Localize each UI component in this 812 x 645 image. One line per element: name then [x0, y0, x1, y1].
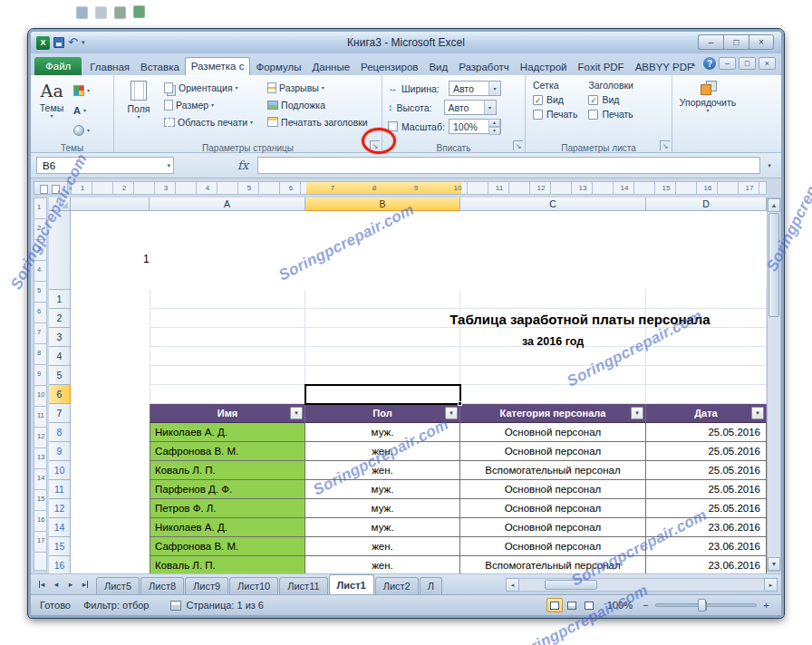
sheet-tab-Лист8[interactable]: Лист8 [140, 577, 184, 594]
empty-cell[interactable] [150, 309, 305, 328]
page-break-view-button[interactable] [581, 598, 597, 612]
normal-view-button[interactable] [546, 598, 563, 612]
first-sheet-icon[interactable]: ◂ [34, 577, 49, 592]
margins-button[interactable]: Поля▾ [118, 78, 160, 139]
table-cell[interactable]: Основной персонал [460, 442, 646, 461]
spinner-icons[interactable]: ▲▼ [488, 119, 500, 134]
workbook-minimize-button[interactable]: – [719, 57, 736, 70]
row-header-10[interactable]: 10 [49, 461, 71, 480]
table-cell[interactable]: Сафронова В. М. [150, 442, 305, 461]
ribbon-tab-Вставка[interactable]: Вставка [135, 58, 185, 75]
chevron-down-icon[interactable]: ▾ [488, 82, 500, 95]
column-header-C[interactable]: C [460, 197, 646, 211]
table-cell[interactable]: Петров Ф. Л. [150, 499, 305, 518]
empty-cell[interactable] [646, 366, 767, 385]
column-header-A[interactable]: A [150, 197, 305, 211]
name-box[interactable]: B6 ▾ [36, 157, 174, 174]
fit-dialog-launcher[interactable]: ↘ [513, 140, 523, 150]
filter-dropdown-icon[interactable]: ▾ [445, 407, 458, 419]
ribbon-tab-Разработч[interactable]: Разработч [453, 58, 515, 75]
row-header-15[interactable]: 15 [49, 537, 71, 556]
print-area-button[interactable]: Область печати▾ [161, 114, 256, 130]
sheet-tab-Лист1[interactable]: Лист1 [329, 574, 374, 594]
breaks-button[interactable]: Разрывы▾ [265, 80, 371, 95]
headings-view-checkbox[interactable]: ✓Вид [588, 94, 633, 105]
row-header-7[interactable]: 7 [49, 404, 71, 423]
empty-cell[interactable] [150, 366, 305, 385]
empty-cell[interactable] [646, 385, 767, 404]
theme-fonts-button[interactable]: A▾ [71, 102, 92, 118]
size-button[interactable]: Размер▾ [161, 97, 256, 112]
save-icon[interactable] [53, 37, 64, 48]
ribbon-tab-Надстрой[interactable]: Надстрой [515, 58, 573, 75]
table-cell[interactable]: муж. [305, 480, 460, 499]
row-header-8[interactable]: 8 [49, 423, 71, 442]
cells-area[interactable]: 1 Таблица заработной платы персонала за … [71, 211, 767, 573]
row-header-11[interactable]: 11 [49, 480, 71, 499]
page-layout-view-button[interactable] [564, 598, 580, 612]
workbook-close-button[interactable]: × [759, 57, 776, 70]
ribbon-tab-Главная[interactable]: Главная [84, 58, 135, 75]
select-all-button[interactable] [49, 197, 71, 211]
formula-input[interactable] [257, 157, 760, 174]
sheet-tab-Л[interactable]: Л [420, 577, 442, 594]
row-header-12[interactable]: 12 [49, 499, 71, 518]
table-cell[interactable]: Николаев А. Д. [150, 423, 305, 442]
ribbon-tab-Foxit PDF[interactable]: Foxit PDF [573, 58, 630, 75]
table-cell[interactable]: 25.05.2016 [646, 461, 767, 480]
horizontal-scroll-thumb[interactable] [545, 580, 597, 590]
ribbon-tab-Данные[interactable]: Данные [307, 58, 356, 75]
table-cell[interactable]: 25.05.2016 [646, 423, 767, 442]
empty-cell[interactable] [150, 290, 305, 309]
table-cell[interactable]: Основной персонал [460, 480, 646, 499]
sheet-tab-Лист9[interactable]: Лист9 [185, 577, 228, 594]
empty-cell[interactable] [150, 385, 305, 404]
last-sheet-icon[interactable]: ▸ [78, 577, 92, 592]
excel-app-icon[interactable]: X [36, 36, 50, 50]
filter-dropdown-icon[interactable]: ▾ [290, 407, 303, 419]
empty-cell[interactable] [305, 366, 460, 385]
empty-cell[interactable] [460, 366, 646, 385]
empty-cell[interactable] [460, 347, 646, 366]
scroll-down-icon[interactable]: ▼ [768, 557, 780, 571]
row-header-5[interactable]: 5 [49, 366, 71, 385]
filter-dropdown-icon[interactable]: ▾ [631, 407, 643, 419]
sheet-tab-Лист5[interactable]: Лист5 [96, 577, 140, 594]
headings-print-checkbox[interactable]: Печать [588, 109, 633, 120]
ribbon-tab-Разметка с[interactable]: Разметка с [185, 57, 251, 75]
table-cell[interactable]: жен. [305, 461, 460, 480]
vertical-scrollbar[interactable]: ▲ ▼ [767, 197, 781, 572]
table-cell[interactable]: муж. [305, 423, 460, 442]
table-cell[interactable]: Основной персонал [460, 518, 646, 537]
empty-cell[interactable] [646, 290, 767, 309]
empty-cell[interactable] [150, 328, 305, 347]
zoom-out-icon[interactable]: − [640, 600, 652, 611]
table-cell[interactable]: жен. [305, 537, 460, 556]
table-cell[interactable]: жен. [305, 556, 460, 573]
ribbon-tab-Формулы[interactable]: Формулы [250, 58, 306, 75]
table-cell[interactable]: Парфенов Д. Ф. [150, 480, 305, 499]
zoom-level[interactable]: 100% [607, 600, 633, 611]
next-sheet-icon[interactable]: ▸ [63, 577, 78, 592]
qat-dropdown-icon[interactable]: ▾ [82, 39, 85, 46]
horizontal-scroll-track[interactable] [519, 578, 764, 592]
empty-cell[interactable] [305, 347, 460, 366]
column-header-B[interactable]: B [305, 197, 460, 211]
themes-button[interactable]: Аа Темы▾ [34, 78, 69, 139]
empty-cell[interactable] [150, 347, 305, 366]
table-cell[interactable]: муж. [305, 518, 460, 537]
vertical-scroll-thumb[interactable] [768, 213, 779, 317]
zoom-in-icon[interactable]: + [760, 600, 772, 611]
undo-icon[interactable]: ↶ [68, 37, 78, 48]
zoom-slider[interactable] [655, 603, 757, 607]
width-combo[interactable]: Авто▾ [449, 81, 501, 96]
formula-bar-expand-icon[interactable]: ▾ [763, 162, 776, 169]
empty-cell[interactable] [646, 347, 767, 366]
table-cell[interactable]: Сафронова В. М. [150, 537, 305, 556]
close-button[interactable]: × [749, 34, 774, 50]
background-button[interactable]: Подложка [265, 97, 371, 112]
collapse-ribbon-icon[interactable]: ▴ [686, 60, 701, 68]
filter-dropdown-icon[interactable]: ▾ [751, 407, 764, 419]
maximize-button[interactable]: □ [723, 34, 749, 50]
table-cell[interactable]: 25.05.2016 [646, 499, 767, 518]
